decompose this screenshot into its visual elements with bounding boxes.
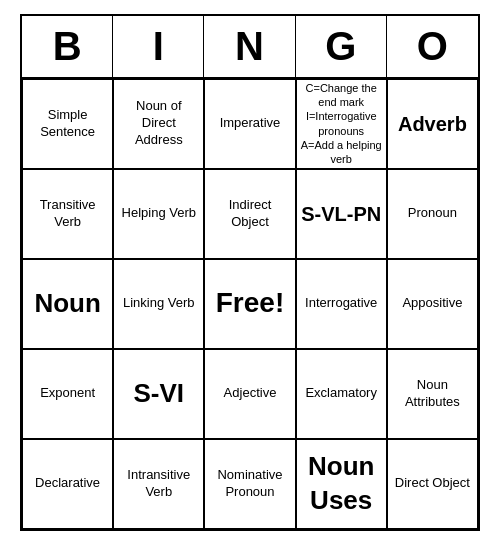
bingo-grid: Simple SentenceNoun of Direct AddressImp… (22, 79, 478, 529)
cell-r2-c2: Free! (204, 259, 295, 349)
cell-r0-c1: Noun of Direct Address (113, 79, 204, 169)
cell-r3-c0: Exponent (22, 349, 113, 439)
cell-r4-c0: Declarative (22, 439, 113, 529)
cell-r0-c2: Imperative (204, 79, 295, 169)
cell-r1-c2: Indirect Object (204, 169, 295, 259)
cell-r4-c4: Direct Object (387, 439, 478, 529)
cell-r2-c3: Interrogative (296, 259, 387, 349)
bingo-card: BINGO Simple SentenceNoun of Direct Addr… (20, 14, 480, 531)
cell-r1-c4: Pronoun (387, 169, 478, 259)
cell-r2-c4: Appositive (387, 259, 478, 349)
cell-r3-c2: Adjective (204, 349, 295, 439)
cell-r4-c2: Nominative Pronoun (204, 439, 295, 529)
cell-r3-c3: Exclamatory (296, 349, 387, 439)
cell-r1-c0: Transitive Verb (22, 169, 113, 259)
header-letter-n: N (204, 16, 295, 77)
cell-r1-c3: S-VL-PN (296, 169, 387, 259)
cell-r0-c4: Adverb (387, 79, 478, 169)
cell-r0-c0: Simple Sentence (22, 79, 113, 169)
header-letter-o: O (387, 16, 478, 77)
cell-r3-c4: Noun Attributes (387, 349, 478, 439)
cell-r4-c1: Intransitive Verb (113, 439, 204, 529)
cell-r0-c3: C=Change the end mark I=Interrogative pr… (296, 79, 387, 169)
cell-r1-c1: Helping Verb (113, 169, 204, 259)
header-letter-g: G (296, 16, 387, 77)
cell-r2-c1: Linking Verb (113, 259, 204, 349)
header-letter-b: B (22, 16, 113, 77)
bingo-header: BINGO (22, 16, 478, 79)
cell-r3-c1: S-VI (113, 349, 204, 439)
cell-r2-c0: Noun (22, 259, 113, 349)
header-letter-i: I (113, 16, 204, 77)
cell-r4-c3: Noun Uses (296, 439, 387, 529)
